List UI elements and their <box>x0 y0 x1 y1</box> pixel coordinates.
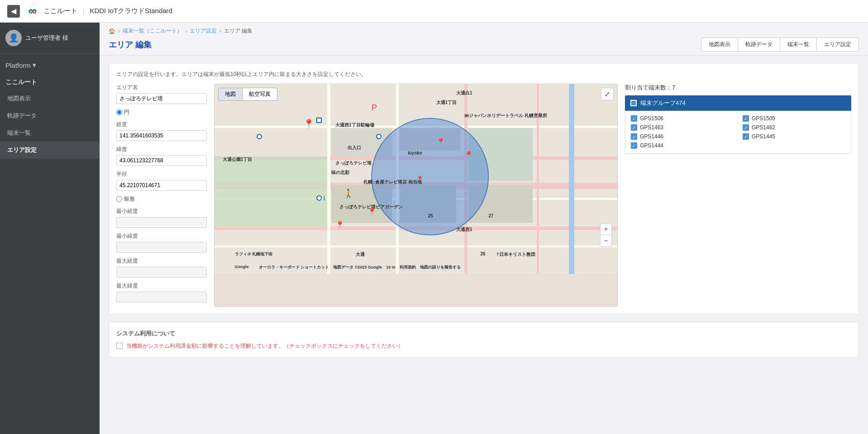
device-label-gps1446: GPS1446 <box>640 133 663 140</box>
device-item-gps1445: GPS1445 <box>743 133 845 140</box>
latitude-group: 緯度 <box>116 146 207 166</box>
radius-label: 半径 <box>116 170 207 178</box>
tab-track-data[interactable]: 軌跡データ <box>738 38 780 52</box>
left-panel: エリア名 円 経度 <box>116 84 207 307</box>
back-button[interactable]: ◀ <box>7 5 20 18</box>
rect-shape-group: 矩形 <box>116 195 207 203</box>
device-checkbox-gps1463[interactable] <box>631 124 637 131</box>
min-longitude-label: 最小経度 <box>116 208 207 215</box>
device-item-gps1505: GPS1505 <box>743 115 845 122</box>
device-group-header[interactable]: 端末グループ474 <box>625 95 851 111</box>
platform-label: Platform <box>5 61 31 69</box>
device-label-gps1462: GPS1462 <box>752 124 775 131</box>
radius-input[interactable] <box>116 180 207 191</box>
app-name: ここルート <box>43 7 77 15</box>
right-panel: 割り当て端末数：7 端末グループ474 GPS1506 <box>625 84 851 307</box>
device-checkbox-gps1446[interactable] <box>631 133 637 140</box>
sidebar-user[interactable]: 👤 ユーザ管理者 様 <box>0 23 100 54</box>
system-check-label: 当機能がシステム利用課金額に影響することを理解しています。（チェックボックスにチ… <box>126 342 403 350</box>
area-name-label: エリア名 <box>116 84 207 91</box>
radio-circle-input[interactable] <box>116 109 122 115</box>
longitude-group: 経度 <box>116 121 207 141</box>
username-label: ユーザ管理者 様 <box>25 34 68 42</box>
radius-group: 半径 <box>116 170 207 191</box>
device-label-gps1463: GPS1463 <box>640 124 663 131</box>
map-container[interactable]: 地図 航空写真 <box>214 84 618 307</box>
platform-dropdown-icon: ▾ <box>33 61 36 69</box>
sidebar-section-title: ここルート <box>0 73 100 90</box>
main-layout: 👤 ユーザ管理者 様 Platform ▾ ここルート 地図表示 軌跡データ 端… <box>0 23 868 434</box>
device-item-gps1462: GPS1462 <box>743 124 845 131</box>
radio-circle-label: 円 <box>124 108 129 116</box>
area-edit-layout: エリア名 円 経度 <box>116 84 851 307</box>
page-title-row: エリア 編集 地図表示 軌跡データ 端末一覧 エリア設定 <box>109 38 859 55</box>
max-latitude-label: 最大緯度 <box>116 282 207 290</box>
kddi-logo-icon <box>25 4 40 19</box>
system-check-row: 当機能がシステム利用課金額に影響することを理解しています。（チェックボックスにチ… <box>116 342 851 350</box>
device-label-gps1506: GPS1506 <box>640 115 663 122</box>
radio-rect-input[interactable] <box>116 196 122 202</box>
max-longitude-label: 最大経度 <box>116 257 207 265</box>
fake-map: 📍 P 📍 📍 📍 🚶 📍 📍 ℹ さっぽろテレビ塔 出入口 <box>215 84 617 274</box>
device-checkbox-gps1444[interactable] <box>631 142 637 149</box>
device-checkbox-gps1505[interactable] <box>743 115 749 122</box>
platform-menu[interactable]: Platform ▾ <box>0 54 100 73</box>
avatar: 👤 <box>5 30 22 46</box>
area-name-input[interactable] <box>116 93 207 104</box>
device-checkbox-gps1445[interactable] <box>743 133 749 140</box>
device-checkbox-gps1506[interactable] <box>631 115 637 122</box>
device-checkbox-gps1462[interactable] <box>743 124 749 131</box>
max-longitude-input[interactable] <box>116 267 207 278</box>
system-card: システム利用について 当機能がシステム利用課金額に影響することを理解しています。… <box>109 322 859 358</box>
tab-area-settings[interactable]: エリア設定 <box>817 38 859 52</box>
home-icon[interactable]: 🏠 <box>109 28 115 34</box>
service-name: KDDI IoTクラウドStandard <box>90 7 172 15</box>
zoom-in-button[interactable]: + <box>600 223 612 235</box>
latitude-input[interactable] <box>116 155 207 166</box>
min-latitude-input[interactable] <box>116 242 207 253</box>
longitude-label: 経度 <box>116 121 207 128</box>
card-note: エリアの設定を行います。エリアは端末が最低10秒以上エリア内に留まる大きさを設定… <box>116 71 851 78</box>
zoom-out-button[interactable]: − <box>600 235 612 247</box>
radio-circle[interactable]: 円 <box>116 108 207 116</box>
breadcrumb-area-settings[interactable]: エリア設定 <box>190 27 217 35</box>
topbar: ◀ ここルート | KDDI IoTクラウドStandard <box>0 0 868 23</box>
map-toggle-aerial[interactable]: 航空写真 <box>243 88 277 101</box>
latitude-label: 緯度 <box>116 146 207 153</box>
min-longitude-input[interactable] <box>116 217 207 228</box>
min-longitude-group: 最小経度 <box>116 208 207 228</box>
device-item-gps1506: GPS1506 <box>631 115 734 122</box>
assigned-count: 割り当て端末数：7 <box>625 84 851 92</box>
device-item-gps1446: GPS1446 <box>631 133 734 140</box>
tab-device-list[interactable]: 端末一覧 <box>780 38 817 52</box>
breadcrumb-device-list[interactable]: 端末一覧（ここルート） <box>123 27 182 35</box>
breadcrumb: 🏠 › 端末一覧（ここルート） › エリア設定 › エリア 編集 <box>109 27 859 35</box>
main-content: 🏠 › 端末一覧（ここルート） › エリア設定 › エリア 編集 エリア 編集 … <box>100 23 868 434</box>
map-toggle-map[interactable]: 地図 <box>218 88 243 101</box>
sidebar-item-device-list[interactable]: 端末一覧 <box>0 124 100 142</box>
area-name-group: エリア名 <box>116 84 207 104</box>
device-label-gps1505: GPS1505 <box>752 115 775 122</box>
max-latitude-input[interactable] <box>116 292 207 302</box>
radio-rect-label: 矩形 <box>124 195 135 203</box>
page-header: 🏠 › 端末一覧（ここルート） › エリア設定 › エリア 編集 エリア 編集 … <box>100 23 868 56</box>
map-expand-button[interactable]: ⤢ <box>601 88 614 100</box>
tab-group: 地図表示 軌跡データ 端末一覧 エリア設定 <box>701 38 859 52</box>
area-edit-card: エリアの設定を行います。エリアは端末が最低10秒以上エリア内に留まる大きさを設定… <box>109 63 859 315</box>
shape-group: 円 <box>116 108 207 116</box>
topbar-logo: ここルート | KDDI IoTクラウドStandard <box>25 4 172 19</box>
sidebar: 👤 ユーザ管理者 様 Platform ▾ ここルート 地図表示 軌跡データ 端… <box>0 23 100 434</box>
max-latitude-group: 最大緯度 <box>116 282 207 302</box>
group-color-square <box>630 100 637 106</box>
sidebar-item-map[interactable]: 地図表示 <box>0 90 100 107</box>
breadcrumb-current: エリア 編集 <box>224 27 253 35</box>
sidebar-item-track[interactable]: 軌跡データ <box>0 107 100 124</box>
system-check-checkbox[interactable] <box>116 343 123 349</box>
sidebar-item-area-settings[interactable]: エリア設定 <box>0 142 100 159</box>
system-card-title: システム利用について <box>116 330 851 338</box>
device-label-gps1445: GPS1445 <box>752 133 775 140</box>
radio-rect[interactable]: 矩形 <box>116 195 207 203</box>
tab-map-view[interactable]: 地図表示 <box>701 38 738 52</box>
topbar-separator: | <box>83 8 84 14</box>
longitude-input[interactable] <box>116 130 207 141</box>
